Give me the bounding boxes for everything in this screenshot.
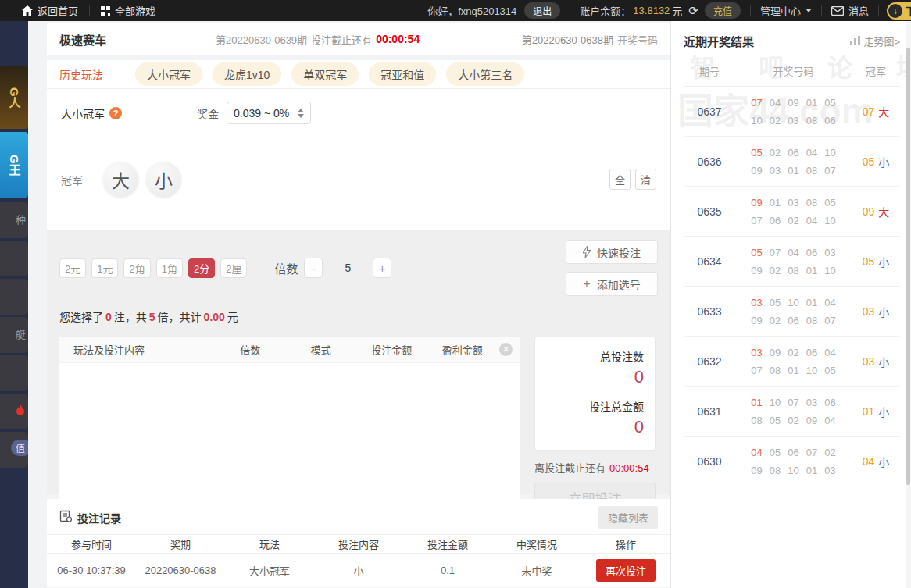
tab-play-4[interactable]: 大小第三名	[446, 62, 524, 86]
summary-bets: 0	[103, 311, 114, 323]
draw-number: 10	[824, 262, 835, 280]
draw-number: 06	[770, 212, 781, 230]
prize-label: 奖金	[197, 105, 219, 121]
draw-number: 10	[751, 112, 762, 130]
draw-number: 09	[806, 412, 817, 429]
sidebar-item-4[interactable]	[0, 355, 28, 391]
result-champion: 03小	[852, 354, 900, 369]
sidebar-item-label: 艇	[16, 326, 26, 341]
champion-number: 03	[863, 305, 875, 318]
trend-chart-link[interactable]: 走势图>	[850, 34, 900, 48]
rec-col-4: 投注金额	[403, 536, 492, 551]
tab-play-0[interactable]: 大小冠军	[135, 62, 202, 86]
champion-number: 07	[863, 105, 875, 118]
scrollbar[interactable]	[906, 21, 911, 588]
total-amount-value: 0	[546, 417, 644, 437]
rec-col-6: 操作	[581, 536, 670, 551]
tab-play-3[interactable]: 冠亚和值	[369, 62, 436, 86]
prize-select[interactable]: 0.039 ~ 0%	[227, 102, 311, 124]
champion-size: 小	[878, 404, 889, 419]
all-games-link[interactable]: 全部游戏	[90, 3, 166, 18]
draw-number: 07	[824, 312, 835, 330]
tab-play-1[interactable]: 龙虎1v10	[213, 62, 281, 86]
trend-chart-icon	[850, 35, 860, 47]
chip-4[interactable]: 2分	[188, 258, 215, 278]
select-all-button[interactable]: 全	[609, 169, 631, 190]
topbar: 返回首页 全部游戏 你好，fxnq5201314 退出 账户余额： 13.813…	[0, 0, 911, 21]
chip-group: 2元1元2角1角2分2厘	[59, 258, 252, 278]
draw-number: 01	[806, 94, 817, 112]
draw-number: 09	[751, 312, 762, 330]
draw-number: 07	[751, 94, 762, 112]
quick-bet-button[interactable]: 快速投注	[566, 240, 658, 264]
result-numbers: 05070406030902080110	[735, 244, 852, 280]
totals-box: 总投注数 0 投注总金额 0	[534, 337, 656, 451]
rec-result: 未中奖	[492, 563, 581, 578]
chip-5[interactable]: 2厘	[220, 258, 247, 278]
multiplier-value[interactable]: 5	[323, 258, 373, 278]
result-issue: 0632	[684, 355, 735, 368]
chip-0[interactable]: 2元	[59, 258, 86, 278]
scrollbar-thumb[interactable]	[906, 48, 910, 485]
admin-center-menu[interactable]: 管理中心	[760, 3, 812, 18]
tab-history-play[interactable]: 历史玩法	[59, 66, 103, 82]
game-banner-2[interactable]: G王	[0, 132, 28, 198]
result-row: 06310110070306080502090401小	[684, 387, 900, 437]
rec-amount: 0.1	[403, 565, 492, 576]
sidebar-item-3[interactable]: 艇	[0, 317, 28, 353]
sidebar-item-0[interactable]: 种	[0, 202, 28, 238]
draw-number: 04	[824, 294, 835, 312]
option-big[interactable]: 大	[103, 162, 138, 197]
results-header-row: 期号 开奖号码 冠军	[684, 55, 900, 87]
current-issue: 第20220630-0639期	[216, 32, 307, 47]
draw-number: 10	[770, 394, 781, 412]
refresh-icon[interactable]: ⟳	[688, 5, 698, 16]
envelope-icon	[831, 6, 844, 16]
deadline-label: 离投注截止还有	[534, 462, 606, 474]
multiplier-plus-button[interactable]: +	[373, 258, 391, 278]
draw-number: 05	[751, 144, 762, 162]
game-banner-1[interactable]: G人	[0, 66, 28, 129]
summary-mult: 5	[147, 311, 158, 323]
draw-number: 07	[788, 394, 798, 412]
draw-number: 05	[770, 294, 781, 312]
sidebar-item-1[interactable]	[0, 241, 28, 276]
divider	[750, 5, 751, 16]
logout-button[interactable]: 退出	[524, 2, 560, 19]
champion-number: 05	[863, 155, 875, 168]
close-icon[interactable]: ✕	[499, 343, 513, 356]
tab-play-2[interactable]: 单双冠军	[291, 62, 359, 86]
all-games-label: 全部游戏	[115, 3, 155, 18]
draw-number: 09	[788, 94, 798, 112]
champion-size: 大	[878, 104, 889, 119]
multiplier-minus-button[interactable]: -	[304, 258, 323, 278]
home-link[interactable]: 返回首页	[11, 3, 89, 18]
rec-col-3: 投注内容	[314, 536, 403, 551]
last-issue: 第20220630-0638期	[522, 32, 613, 47]
result-row: 06330305100104090206080703小	[684, 287, 900, 337]
recharge-button[interactable]: 充值	[705, 2, 741, 19]
help-icon[interactable]: ?	[109, 107, 122, 119]
home-icon	[22, 5, 33, 16]
sidebar-item-2[interactable]	[0, 279, 28, 315]
chip-2[interactable]: 2角	[123, 258, 150, 278]
multiplier-stepper: - 5 +	[304, 258, 391, 278]
option-small[interactable]: 小	[146, 162, 181, 197]
chip-3[interactable]: 1角	[156, 258, 183, 278]
current-issue-info: 第20220630-0639期 投注截止还有 00:00:54	[216, 32, 420, 47]
result-issue: 0637	[684, 105, 735, 118]
sidebar-item-6[interactable]: 值	[0, 432, 28, 468]
sidebar-item-5[interactable]	[0, 394, 28, 429]
draw-number: 06	[806, 244, 817, 262]
clear-button[interactable]: 清	[635, 169, 656, 190]
chip-1[interactable]: 1元	[91, 258, 118, 278]
plus-icon: +	[583, 277, 590, 291]
hide-list-button[interactable]: 隐藏列表	[598, 506, 658, 529]
download-button[interactable]: ↓ 下	[887, 2, 911, 20]
add-selection-button[interactable]: + 添加选号	[566, 272, 658, 296]
result-champion: 07大	[852, 104, 900, 119]
draw-number: 08	[806, 162, 817, 180]
bet-again-button[interactable]: 再次投注	[596, 559, 656, 582]
messages-link[interactable]: 消息	[831, 3, 869, 18]
draw-number: 01	[751, 394, 762, 412]
